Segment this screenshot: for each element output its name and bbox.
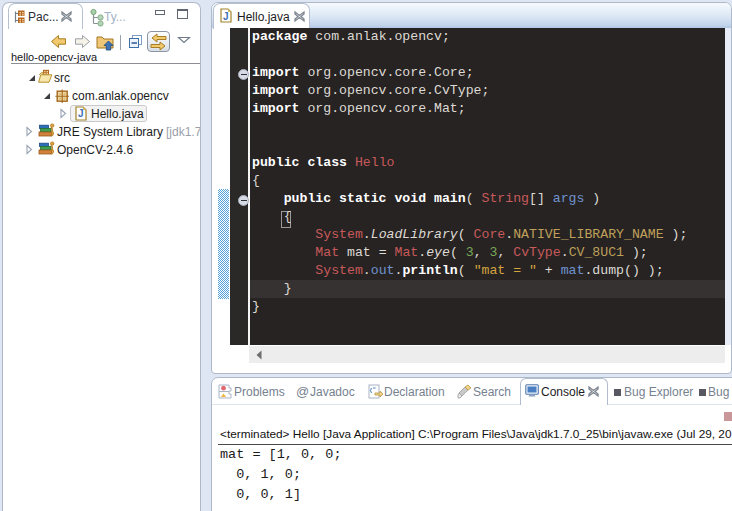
svg-text:J: J	[78, 108, 84, 119]
svg-text:J: J	[223, 11, 229, 22]
